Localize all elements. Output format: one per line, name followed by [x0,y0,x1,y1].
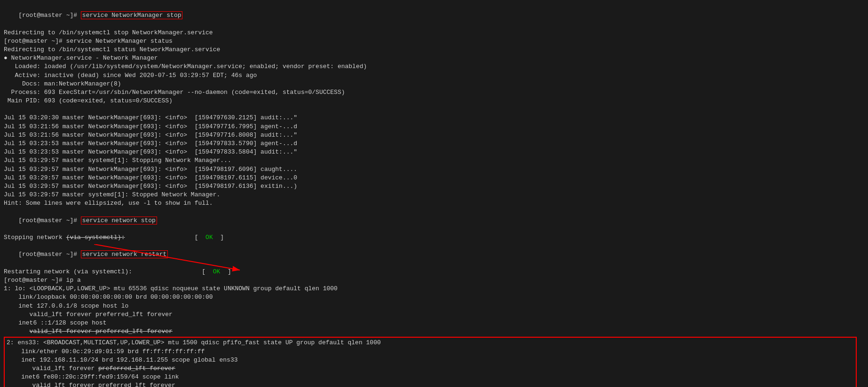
terminal-window: [root@master ~]# service NetworkManager … [0,0,868,387]
line-log3: Jul 15 03:21:56 master NetworkManager[69… [4,131,864,139]
net-stop-command-highlight: service network stop [81,217,157,224]
ok-badge-2: OK [213,268,221,275]
line-active: Active: inactive (dead) since Wed 2020-0… [4,71,864,80]
line-net-restart-cmd: [root@master ~]# service network restart [4,242,864,268]
line-log1: Jul 15 03:20:30 master NetworkManager[69… [4,114,864,122]
line-log7: Jul 15 03:29:57 master NetworkManager[69… [4,165,864,174]
line-log2: Jul 15 03:21:56 master NetworkManager[69… [4,123,864,131]
line-restarting-network: Restarting network (via systemctl): [ OK… [4,268,864,276]
line-ens33-valid: valid_lft forever preferred_lft forever [7,364,854,373]
line-log8: Jul 15 03:29:57 master NetworkManager[69… [4,174,864,182]
line-nm-status-cmd: [root@master ~]# service NetworkManager … [4,37,864,46]
line-log9: Jul 15 03:29:57 master NetworkManager[69… [4,182,864,191]
line-ens33-valid2: valid_lft forever preferred_lft forever [7,381,854,387]
prompt-net-stop: [root@master ~]# [18,217,81,224]
line-lo-valid2: valid_lft forever preferred_lft forever [4,327,864,336]
line-lo-valid: valid_lft forever preferred_lft forever [4,310,864,319]
net-restart-command-highlight: service network restart [81,250,168,258]
line-bullet: ● NetworkManager.service - Network Manag… [4,54,864,62]
line-ens33-link: link/ether 00:0c:29:d9:01:59 brd ff:ff:f… [7,348,854,356]
line-loaded: Loaded: loaded (/usr/lib/systemd/system/… [4,62,864,71]
line-process: Process: 693 ExecStart=/usr/sbin/Network… [4,88,864,97]
line-log6: Jul 15 03:29:57 master systemd[1]: Stopp… [4,156,864,165]
line-lo-inet: inet 127.0.0.1/8 scope host lo [4,302,864,310]
ens33-preferred-strikethrough: preferred_lft forever [98,365,175,372]
line-docs: Docs: man:NetworkManager(8) [4,80,864,88]
line-net-stop-cmd: [root@master ~]# service network stop [4,208,864,234]
line-log4: Jul 15 03:23:53 master NetworkManager[69… [4,139,864,148]
via-systemctl-text: (via systemctl): [66,234,125,241]
line-mainpid: Main PID: 693 (code=exited, status=0/SUC… [4,97,864,105]
line-lo-header: 1: lo: <LOOPBACK,UP,LOWER_UP> mtu 65536 … [4,285,864,293]
line-lo-inet6: inet6 ::1/128 scope host [4,319,864,327]
line-lo-link: link/loopback 00:00:00:00:00:00 brd 00:0… [4,293,864,302]
line-ens33-inet: inet 192.168.11.10/24 brd 192.168.11.255… [7,356,854,364]
ens33-section-box: 2: ens33: <BROADCAST,MULTICAST,UP,LOWER_… [4,337,857,387]
ok-badge-1: OK [205,234,213,241]
line-blank1 [4,105,864,114]
prompt-net-restart: [root@master ~]# [18,251,81,258]
line-ip-a-cmd: [root@master ~]# ip a [4,276,864,285]
line-stopping-network: Stopping network (via systemctl): [ OK ] [4,233,864,242]
lo-valid-strikethrough: valid_lft forever preferred_lft forever [30,328,173,335]
line-redirect2: Redirecting to /bin/systemctl status Net… [4,46,864,54]
line-ens33-inet6: inet6 fe80::20c:29ff:fed9:159/64 scope l… [7,373,854,381]
prompt: [root@master ~]# [18,12,81,19]
line-nm-stop-cmd: [root@master ~]# service NetworkManager … [4,3,864,29]
line-ens33-header: 2: ens33: <BROADCAST,MULTICAST,UP,LOWER_… [7,339,854,347]
line-log5: Jul 15 03:23:53 master NetworkManager[69… [4,148,864,156]
line-redirect1: Redirecting to /bin/systemctl stop Netwo… [4,29,864,37]
line-hint: Hint: Some lines were ellipsized, use -l… [4,199,864,208]
nm-stop-command: service NetworkManager stop [81,11,183,19]
line-log10: Jul 15 03:29:57 master systemd[1]: Stopp… [4,191,864,199]
